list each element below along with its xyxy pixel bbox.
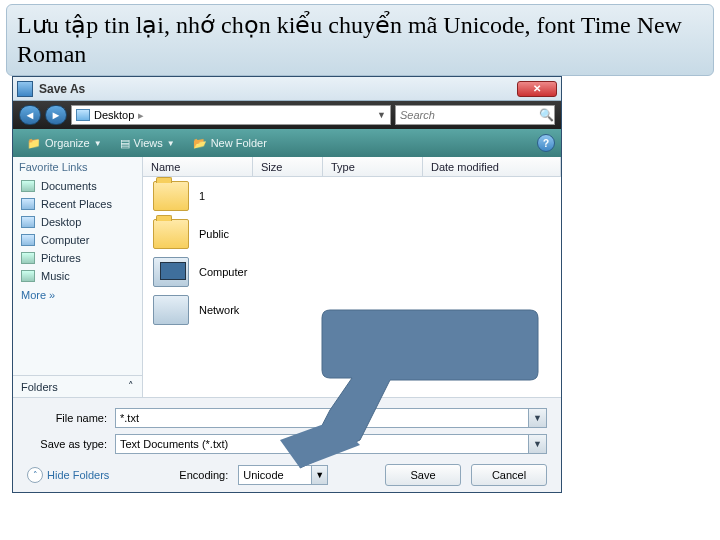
- savetype-combo[interactable]: Text Documents (*.txt) ▼: [115, 434, 547, 454]
- chevron-down-icon[interactable]: ▼: [528, 435, 546, 453]
- chevron-down-icon: ▼: [167, 139, 175, 148]
- encoding-select[interactable]: Unicode ▼: [238, 465, 328, 485]
- close-button[interactable]: ✕: [517, 81, 557, 97]
- col-type[interactable]: Type: [323, 157, 423, 176]
- folders-toggle[interactable]: Folders ˄: [13, 375, 142, 397]
- col-name[interactable]: Name: [143, 157, 253, 176]
- folder-icon: 📂: [193, 137, 207, 150]
- chevron-down-icon[interactable]: ▼: [311, 466, 327, 484]
- folder-icon: [153, 219, 189, 249]
- filename-label: File name:: [27, 412, 107, 424]
- forward-button[interactable]: ►: [45, 105, 67, 125]
- chevron-up-icon: ˄: [27, 467, 43, 483]
- breadcrumb-text: Desktop: [94, 109, 134, 121]
- encoding-label: Encoding:: [179, 469, 228, 481]
- folder-icon: [153, 181, 189, 211]
- chevron-up-icon: ˄: [128, 380, 134, 393]
- views-button[interactable]: ▤ Views ▼: [112, 135, 183, 152]
- back-button[interactable]: ◄: [19, 105, 41, 125]
- savetype-value: Text Documents (*.txt): [120, 438, 228, 450]
- list-item[interactable]: Public: [143, 215, 561, 253]
- new-folder-button[interactable]: 📂 New Folder: [185, 135, 275, 152]
- organize-button[interactable]: 📁 Organize ▼: [19, 135, 110, 152]
- chevron-down-icon[interactable]: ▼: [528, 409, 546, 427]
- sidebar-item-recent[interactable]: Recent Places: [13, 195, 142, 213]
- organize-icon: 📁: [27, 137, 41, 150]
- help-button[interactable]: ?: [537, 134, 555, 152]
- savetype-label: Save as type:: [27, 438, 107, 450]
- sidebar-item-desktop[interactable]: Desktop: [13, 213, 142, 231]
- breadcrumb-dropdown-icon[interactable]: ▼: [377, 110, 386, 120]
- views-icon: ▤: [120, 137, 130, 150]
- filename-combo[interactable]: *.txt ▼: [115, 408, 547, 428]
- titlebar: Save As ✕: [13, 77, 561, 101]
- favorite-links-header: Favorite Links: [13, 157, 142, 177]
- list-item[interactable]: Computer: [143, 253, 561, 291]
- nav-row: ◄ ► Desktop ▸ ▼ 🔍: [13, 101, 561, 129]
- save-button[interactable]: Save: [385, 464, 461, 486]
- chevron-right-icon: ▸: [138, 109, 144, 122]
- sidebar: Favorite Links Documents Recent Places D…: [13, 157, 143, 397]
- sidebar-item-music[interactable]: Music: [13, 267, 142, 285]
- col-size[interactable]: Size: [253, 157, 323, 176]
- cancel-button[interactable]: Cancel: [471, 464, 547, 486]
- encoding-value: Unicode: [243, 469, 283, 481]
- chevron-down-icon: ▼: [94, 139, 102, 148]
- filename-value: *.txt: [120, 412, 139, 424]
- search-input[interactable]: [400, 109, 539, 121]
- network-icon: [153, 295, 189, 325]
- sidebar-item-computer[interactable]: Computer: [13, 231, 142, 249]
- save-as-dialog: Save As ✕ ◄ ► Desktop ▸ ▼ 🔍 📁 Organize ▼…: [12, 76, 562, 493]
- col-date[interactable]: Date modified: [423, 157, 561, 176]
- sidebar-item-pictures[interactable]: Pictures: [13, 249, 142, 267]
- slide-caption: Lưu tập tin lại, nhớ chọn kiểu chuyển mã…: [6, 4, 714, 76]
- list-item[interactable]: Network: [143, 291, 561, 329]
- sidebar-more[interactable]: More »: [13, 285, 142, 305]
- sidebar-item-documents[interactable]: Documents: [13, 177, 142, 195]
- hide-folders-button[interactable]: ˄ Hide Folders: [27, 467, 109, 483]
- notepad-icon: [17, 81, 33, 97]
- file-list[interactable]: 1 Public Computer Network: [143, 177, 561, 397]
- breadcrumb-bar[interactable]: Desktop ▸ ▼: [71, 105, 391, 125]
- toolbar: 📁 Organize ▼ ▤ Views ▼ 📂 New Folder ?: [13, 129, 561, 157]
- search-icon: 🔍: [539, 108, 554, 122]
- dialog-title: Save As: [39, 82, 517, 96]
- column-headers: Name Size Type Date modified: [143, 157, 561, 177]
- list-item[interactable]: 1: [143, 177, 561, 215]
- computer-icon: [153, 257, 189, 287]
- dialog-bottom: File name: *.txt ▼ Save as type: Text Do…: [13, 397, 561, 492]
- desktop-icon: [76, 109, 90, 121]
- file-panel: Name Size Type Date modified 1 Public Co…: [143, 157, 561, 397]
- search-box[interactable]: 🔍: [395, 105, 555, 125]
